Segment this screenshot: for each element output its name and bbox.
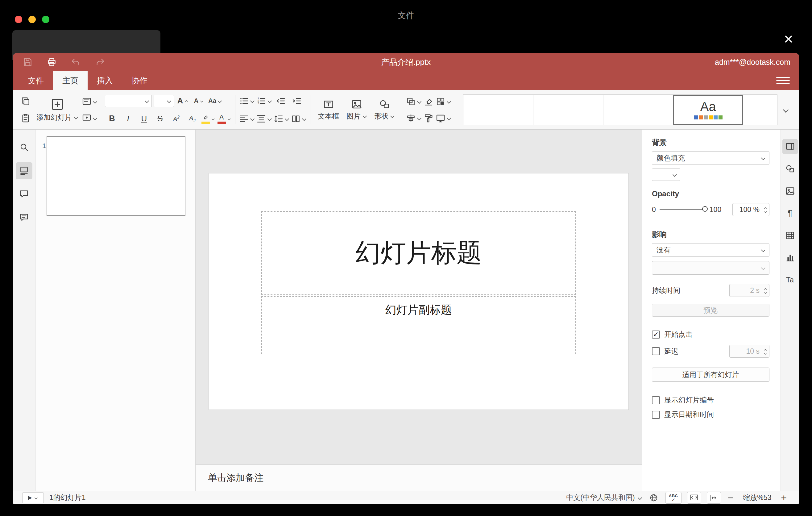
document-language-button[interactable] [647, 492, 660, 504]
italic-button[interactable]: I [121, 112, 135, 126]
print-icon[interactable] [46, 56, 58, 68]
slide-thumbnail[interactable] [47, 136, 185, 216]
save-icon[interactable] [22, 56, 34, 68]
tab-insert[interactable]: 插入 [88, 71, 122, 90]
textart-settings-button[interactable]: Ta [782, 272, 798, 288]
color-scheme-button[interactable] [436, 94, 451, 109]
align-shapes-button[interactable] [406, 111, 422, 125]
background-color-dropdown-button[interactable] [669, 169, 680, 181]
redo-icon[interactable] [94, 56, 106, 68]
insert-textbox-button[interactable]: 文本框 [314, 90, 343, 129]
effect-select[interactable]: 没有 [652, 243, 770, 257]
delay-input[interactable] [730, 347, 761, 355]
opacity-slider-knob[interactable] [702, 206, 708, 212]
theme-option[interactable] [604, 95, 673, 125]
tab-file[interactable]: 文件 [19, 71, 53, 90]
subscript-button[interactable]: A2 [185, 112, 199, 126]
start-slideshow-button[interactable] [82, 111, 97, 125]
add-slide-button[interactable]: 添加幻灯片 [33, 90, 82, 129]
font-name-combo[interactable] [105, 95, 152, 107]
line-spacing-button[interactable] [274, 112, 289, 126]
paste-button[interactable] [19, 111, 33, 125]
vertical-align-button[interactable] [256, 112, 272, 126]
tab-collaboration[interactable]: 协作 [122, 71, 157, 90]
superscript-button[interactable]: A2 [169, 112, 183, 126]
search-button[interactable] [16, 139, 32, 155]
duration-input[interactable] [730, 286, 761, 295]
traffic-light-minimize[interactable] [28, 16, 36, 23]
fit-to-width-button[interactable] [707, 492, 721, 504]
theme-option-selected[interactable]: Aa [673, 95, 743, 125]
traffic-light-zoom[interactable] [42, 16, 49, 23]
zoom-out-button[interactable]: − [727, 493, 735, 503]
paragraph-settings-button[interactable]: ¶ [782, 205, 798, 221]
decrease-font-button[interactable]: A [192, 94, 206, 108]
theme-gallery-expand-button[interactable] [778, 90, 793, 129]
start-slideshow-status-button[interactable]: ▶ [22, 492, 44, 503]
undo-icon[interactable] [70, 56, 82, 68]
numbering-button[interactable]: 123 [256, 94, 272, 108]
subtitle-placeholder[interactable]: 幻灯片副标题 [261, 296, 576, 354]
menu-hamburger-icon[interactable] [776, 71, 790, 90]
opacity-slider[interactable] [660, 209, 706, 210]
effect-type-select[interactable] [652, 261, 770, 275]
start-on-click-checkbox[interactable]: ✓ [652, 331, 660, 339]
bullets-button[interactable] [239, 94, 255, 108]
image-settings-button[interactable] [782, 183, 798, 199]
theme-option[interactable] [463, 95, 533, 125]
table-settings-button[interactable] [782, 228, 798, 243]
slides-panel-button[interactable] [16, 162, 32, 179]
copy-style-button[interactable] [422, 111, 436, 125]
background-fill-select[interactable]: 颜色填充 [652, 151, 770, 165]
tab-home[interactable]: 主页 [53, 71, 88, 90]
increase-font-button[interactable]: A [176, 94, 190, 108]
arrange-button[interactable] [406, 94, 422, 109]
background-color-swatch[interactable] [652, 169, 669, 181]
slide-size-button[interactable] [436, 111, 451, 125]
increase-indent-button[interactable] [290, 94, 304, 108]
preview-button[interactable]: 预览 [652, 304, 770, 317]
spellcheck-toggle[interactable]: ABC ✓ [665, 492, 682, 504]
copy-button[interactable] [19, 94, 33, 109]
font-size-combo[interactable] [154, 95, 174, 107]
show-slide-number-checkbox[interactable] [652, 396, 660, 404]
slide-settings-button[interactable] [782, 139, 798, 154]
strikethrough-button[interactable]: S [153, 112, 167, 126]
title-placeholder[interactable]: 幻灯片标题 [261, 211, 576, 295]
dialog-close-icon[interactable]: × [781, 31, 796, 47]
notes-area[interactable]: 单击添加备注 [196, 464, 642, 491]
theme-option[interactable] [743, 95, 777, 125]
delay-checkbox[interactable] [652, 347, 660, 355]
traffic-light-close[interactable] [15, 16, 22, 23]
chat-button[interactable] [16, 209, 32, 226]
font-size-input[interactable] [156, 96, 167, 105]
slide-canvas[interactable]: 幻灯片标题 幻灯片副标题 [196, 130, 642, 464]
horizontal-align-button[interactable] [239, 112, 255, 126]
spinner-arrows[interactable] [761, 284, 769, 296]
insert-image-button[interactable]: 图片 [343, 90, 371, 129]
change-case-button[interactable]: Aa [208, 94, 222, 108]
clear-style-button[interactable] [422, 94, 436, 109]
comments-button[interactable] [16, 186, 32, 202]
theme-option[interactable] [533, 95, 604, 125]
fit-to-slide-button[interactable] [687, 492, 701, 504]
bold-button[interactable]: B [105, 112, 119, 126]
columns-button[interactable] [291, 112, 306, 126]
zoom-in-button[interactable]: + [780, 493, 788, 503]
font-name-input[interactable] [108, 96, 144, 105]
font-color-button[interactable]: A [217, 112, 231, 126]
chart-settings-button[interactable] [782, 250, 798, 265]
highlight-color-button[interactable] [201, 112, 215, 126]
slide[interactable]: 幻灯片标题 幻灯片副标题 [209, 173, 629, 409]
opacity-input[interactable] [733, 205, 761, 214]
show-datetime-checkbox[interactable] [652, 411, 660, 419]
language-selector[interactable]: 中文(中华人民共和国) [566, 493, 642, 503]
shape-settings-button[interactable] [782, 161, 798, 176]
insert-shape-button[interactable]: 形状 [371, 90, 398, 129]
slide-layout-button[interactable] [82, 94, 97, 109]
underline-button[interactable]: U [137, 112, 151, 126]
spinner-arrows[interactable] [761, 203, 769, 216]
decrease-indent-button[interactable] [274, 94, 288, 108]
spinner-arrows[interactable] [761, 345, 769, 357]
apply-to-all-slides-button[interactable]: 适用于所有幻灯片 [652, 368, 770, 382]
